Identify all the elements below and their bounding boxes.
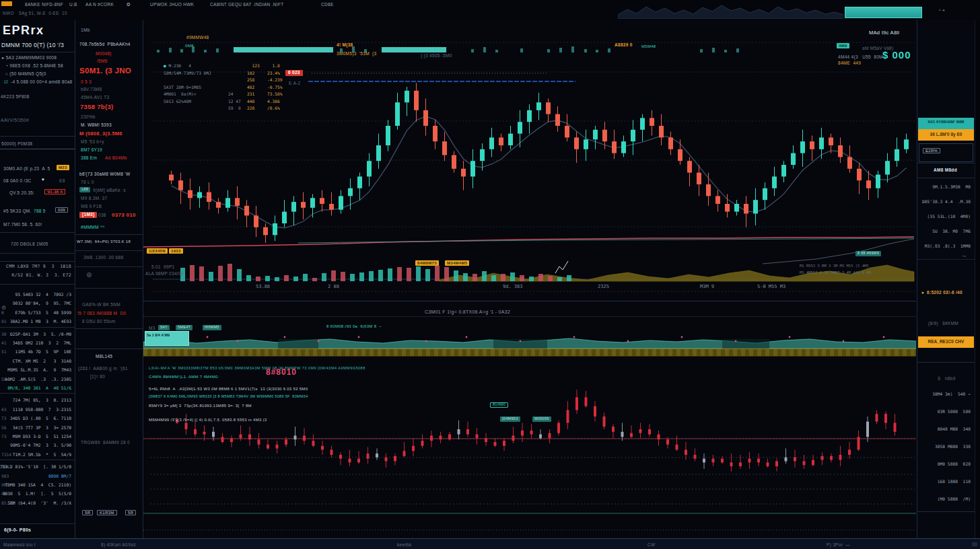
status-corner-block[interactable] [972,542,977,546]
option-row: ▸ 5A3 2AMM9MM03 9008 [2,56,57,61]
legend-row[interactable]: ● M-230 41231.8 [164,63,280,68]
amber-badge[interactable]: M23 [57,165,69,170]
amber-badge[interactable]: 1/2345N [147,248,168,254]
price-row[interactable]: 168 1888 110 [917,479,971,484]
trade-row[interactable]: 724 7M( 85, 3 8. 2313 [1,398,73,406]
trade-row[interactable]: CTM. XM M5 2 3 31A0 [1,359,73,367]
status-item-3[interactable]: CW [648,543,655,548]
menu-item-5[interactable]: CA8INT GEQU 8AT .INDIAN .NIFT [210,3,283,7]
orange-alert-row[interactable]: 6:5202 03!-6 /40 [927,291,963,295]
teal-chip[interactable]: [04M953 [500,416,520,422]
account-row[interactable]: M3(.03 .8(.3 1MM0 [917,244,971,248]
status-item-2[interactable]: keerbk [397,543,411,548]
outline-badge[interactable]: 009 [55,207,68,213]
menu-item-2[interactable]: AA N #CORK [85,3,114,7]
menu-item-1[interactable]: U.B [69,3,77,7]
teal-chip[interactable]: 4M9 [837,43,849,48]
legend-row[interactable]: 5013 62%48M12 474484.386 [164,99,280,104]
teal-chip[interactable]: L88 [79,187,90,192]
pane-title: C3M01 F 1!g= 0.8TX06 A=g '1 - 0A32 [425,309,510,314]
indicator-label: 0M8 [185,44,194,48]
price-row[interactable]: 38M4 3m) 540 ⌁ [917,392,971,396]
legend-row[interactable]: 59 8228/8.6% [164,106,280,110]
amber-badge[interactable]: M34M4M5 [445,260,469,266]
trade-row[interactable]: 8M/8, 340 381 A 40 51/6 [1,386,73,394]
trade-row[interactable]: 50A0M2 .AM.5(5 .3 .3. 2385 [1,377,73,385]
trade-row[interactable]: 7314T1M.2 5M.5b * 5 54/9 [1,452,73,460]
status-bar: Maamwsd sru I8) 40Kart A0/tsdkeerbkCWP) … [0,538,980,549]
price-row[interactable]: 3058 M888 330 [917,444,971,449]
status-item-4[interactable]: P) 3Por — [827,543,850,548]
amber-banner[interactable]: 36 L.8M'0 8y E0 [918,129,974,141]
trade-row[interactable]: 73M9M D93 3-D 5 51 1254 [1,434,73,442]
price-row[interactable]: (M0 5888 /M) [917,497,971,501]
teal-badge[interactable]: 8 88 #99M9 [855,251,881,256]
alert-bullet: ● [921,291,924,295]
topbar-teal-button[interactable] [845,7,922,18]
window-controls[interactable]: ▪ ◂ [939,8,944,13]
trade-row[interactable]: 9032 80'84, 9 95. 7MC [1,301,73,309]
red-badge[interactable]: '91.38 A [44,189,65,194]
trade-row[interactable]: 9M373M0 340 15A 4 C5. 2110) [1,482,73,490]
teal-banner[interactable]: 6X1 6Y88H0M' M88 [918,118,974,129]
tab-chip[interactable]: 5AY [158,325,170,330]
teal-outline-chip[interactable]: 8U4M0 [490,402,508,408]
muted-label: AAVV/5/350# [1,118,29,123]
trade-row[interactable]: ΘE79b 5/733 5 48 5999 [1,310,73,318]
tab-chip[interactable]: 5ME4T [176,325,193,330]
red-chip[interactable]: [1M3] [79,212,97,218]
legend-row[interactable]: 258-4.239 [164,77,282,82]
account-row[interactable]: D05'38.3 4.4 .M.30 [917,199,971,204]
teal-chip[interactable]: M05055 [532,416,551,422]
price-row[interactable]: 8048 M88 340 [917,427,971,431]
trade-row[interactable]: 5634(5 7T7 3P 3 3= 2570 [1,425,73,433]
trade-row[interactable]: 4b3030 5 1.M! [. 5 5(5/0 [1,491,73,499]
trade-row[interactable]: 431118 950-880 7 3-2315 [1,407,73,415]
trade-row[interactable]: 30D25P-0A1 3M 3 5. /8-M0 [1,332,73,340]
order-row: 08 0A0 0 /3C [3,179,32,184]
legend-row[interactable]: 5A3T 28M-9=1M85482-0.75% [164,85,282,89]
menu-item-6[interactable]: CD8E [321,3,334,7]
mini-button[interactable]: 5R [82,510,93,515]
status-item-1[interactable]: 8) 40Kart A0/tsd [101,543,135,548]
price-row[interactable]: 03R 5008 500 [917,409,971,414]
trade-row[interactable]: 0130A2.M0 1 M8 3 M. 4E93 [1,319,73,327]
submenu-item-0[interactable]: NWO [3,11,14,16]
mini-button[interactable]: K1R3M [97,510,117,515]
order-row: #5 5K33 QM. [3,209,32,214]
amber-badge[interactable]: 1933 [169,248,183,254]
legend-row[interactable]: 58M/54M-73M9/73 8MJ10223.4% [164,71,280,75]
price-chart-pane[interactable]: 53.882 889d. 3832325M3M 95-0 M55 M3M1 M5… [143,27,916,296]
amber-banner-2[interactable]: REA_RE1C0 CHV [918,336,974,348]
amber-badge[interactable]: 84M8M73 [415,260,439,266]
trade-row[interactable]: 90M5-0'4 7M2 3 3. 5/90 [1,443,73,451]
account-row[interactable]: (35 53L.(10 4M0) [917,214,971,219]
trade-row[interactable]: 05.7158M (b4.4(0 '3' M. /3/X [1,501,73,509]
secondary-chart-pane[interactable]: 5a 1 8/4 A'M9 C3M01 F 1!g= 0.8TX06 A=g '… [143,301,916,537]
right-scroll-strip[interactable] [975,20,980,538]
percent-badge[interactable]: E2R% [923,148,940,153]
account-row[interactable]: 9M.1.5.3M38 M0 [917,184,971,189]
alert-sub: E A-2 [289,81,300,86]
trade-row[interactable]: 3943753.2 81%-'5'10 [. 30 1/5/0 [1,464,73,472]
trade-row[interactable]: 4134D5 0M2 210 3 2 7ML [1,340,73,349]
squiggle-mark: 〜 [962,254,967,259]
trade-row[interactable]: 7334D5 D3 (.80 5 6. 7110 [1,416,73,424]
menu-item-0[interactable]: 8ANKE NIFD-8NF [25,3,63,7]
status-item-0[interactable]: Maamwsd sru I [3,543,36,548]
account-row[interactable]: 5U 38. M0 7M6 [917,229,971,233]
price-row[interactable]: 0M0 5888 020 [917,462,971,466]
legend-row[interactable]: 4M001 8a(M)+2423173.58% [164,92,282,96]
menu-item-4[interactable]: UPWOK JHUO HWK [150,3,194,7]
price-alert-badge[interactable]: 6 023 [285,70,303,76]
trade-row[interactable]: 5111M5 4b 7D 5 9P 18E [1,349,73,357]
trade-row[interactable]: 9038098 8M/7 [1,474,73,482]
section-label: 720 D8GL8 1M05 [11,242,48,247]
trade-row[interactable]: 95 5403 32 4 7092 /3 [1,292,73,300]
svg-text:M1 M553 5 MM 3 3M M5 M55 (5 4M: M1 M553 5 MM 3 3M M5 M55 (5 4M5 [800,264,869,268]
menu-item-3[interactable]: ✪ [127,3,131,7]
trade-row[interactable]: M9M5 5L.M.35 A. 9 7M43 [1,367,73,375]
tab-chip[interactable]: HHMM5 [203,325,221,330]
submenu-item-1[interactable]: 5Ag 51, W-E 0-EE 10 [19,11,67,16]
mini-button[interactable]: 5R [125,510,136,515]
